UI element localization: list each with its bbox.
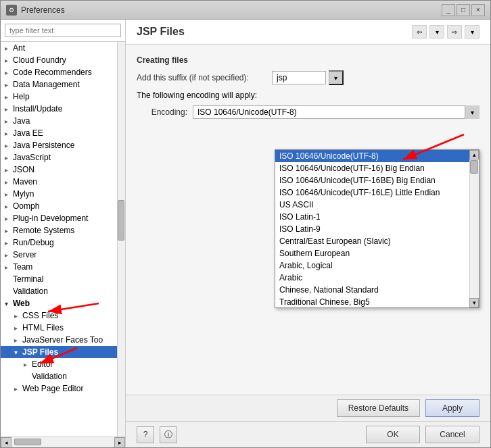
tree-label-install-update: Install/Update <box>13 104 62 114</box>
tree-arrow-web-page-editor: ▸ <box>14 385 22 393</box>
tree-arrow-javaserver-faces-too: ▸ <box>14 337 22 344</box>
encoding-select[interactable]: ISO 10646/Unicode(UTF-8) <box>193 105 480 119</box>
dropdown-item[interactable]: Chinese, National Standard <box>275 284 469 296</box>
encoding-row: Encoding: ISO 10646/Unicode(UTF-8) ▾ <box>137 105 480 119</box>
dropdown-item[interactable]: ISO 10646/Unicode(UTF-16) Big Endian <box>275 162 469 174</box>
info-button[interactable]: ⓘ <box>160 426 177 443</box>
dropdown-scroll-thumb <box>470 160 478 174</box>
filter-input[interactable] <box>5 24 121 37</box>
dropdown-item[interactable]: Traditional Chinese, Big5 <box>275 296 469 308</box>
dropdown-item[interactable]: Arabic, Logical <box>275 259 469 272</box>
nav-dropdown-button[interactable]: ▾ <box>429 25 444 39</box>
tree-label-server: Server <box>13 250 37 259</box>
dropdown-item[interactable]: ISO 10646/Unicode(UTF-16BE) Big Endian <box>275 174 469 186</box>
tree-arrow-maven: ▸ <box>5 178 13 186</box>
tree-item-mylyn[interactable]: ▸Mylyn <box>1 188 125 200</box>
tree-arrow-plugin-development: ▸ <box>5 215 13 222</box>
tree-item-cloud-foundry[interactable]: ▸Cloud Foundry <box>1 54 125 66</box>
tree-item-validation[interactable]: Validation <box>1 285 125 297</box>
dropdown-item[interactable]: ISO Latin-1 <box>275 211 469 223</box>
tree-arrow-ant: ▸ <box>5 45 13 52</box>
tree-item-install-update[interactable]: ▸Install/Update <box>1 103 125 115</box>
tree-arrow-oomph: ▸ <box>5 203 13 210</box>
encoding-select-container: ISO 10646/Unicode(UTF-8) ▾ <box>193 105 480 119</box>
preferences-window: ⚙ Preferences _ □ × ▸Ant▸Cloud Foundry▸C… <box>0 0 491 448</box>
tree-item-plugin-development[interactable]: ▸Plug-in Development <box>1 212 125 224</box>
vertical-scrollbar[interactable] <box>117 42 125 437</box>
tree-item-javaserver-faces-too[interactable]: ▸JavaServer Faces Too <box>1 334 125 346</box>
tree-arrow-jsp-files: ▾ <box>14 349 22 356</box>
tree-item-json[interactable]: ▸JSON <box>1 164 125 176</box>
tree-arrow-install-update: ▸ <box>5 105 13 113</box>
tree-item-terminal[interactable]: Terminal <box>1 273 125 285</box>
tree-arrow-remote-systems: ▸ <box>5 227 13 234</box>
tree-item-java-ee[interactable]: ▸Java EE <box>1 127 125 139</box>
h-scroll-thumb[interactable] <box>14 439 41 445</box>
page-title: JSP Files <box>137 26 185 38</box>
tree-item-team[interactable]: ▸Team <box>1 261 125 273</box>
dropdown-item[interactable]: ISO Latin-9 <box>275 223 469 235</box>
tree-label-jsp-files: JSP Files <box>22 347 58 357</box>
title-bar: ⚙ Preferences _ □ × <box>1 1 490 20</box>
tree-label-mylyn: Mylyn <box>13 189 34 199</box>
dropdown-item[interactable]: Central/East European (Slavic) <box>275 235 469 247</box>
tree-item-code-recommenders[interactable]: ▸Code Recommenders <box>1 66 125 78</box>
dialog-buttons-bar: ? ⓘ OK Cancel <box>126 421 490 447</box>
tree-item-validation-child[interactable]: Validation <box>1 370 125 382</box>
tree-item-jsp-files[interactable]: ▾JSP Files <box>1 346 125 358</box>
cancel-button[interactable]: Cancel <box>425 426 480 443</box>
tree-item-maven[interactable]: ▸Maven <box>1 176 125 188</box>
help-button[interactable]: ? <box>137 426 154 443</box>
tree-item-java[interactable]: ▸Java <box>1 115 125 127</box>
tree-item-oomph[interactable]: ▸Oomph <box>1 200 125 212</box>
tree-arrow-help: ▸ <box>5 93 13 101</box>
close-button[interactable]: × <box>471 4 485 16</box>
tree-item-help[interactable]: ▸Help <box>1 91 125 103</box>
tree-item-html-files[interactable]: ▸HTML Files <box>1 322 125 334</box>
tree-item-css-files[interactable]: ▸CSS Files <box>1 309 125 322</box>
ok-button[interactable]: OK <box>366 426 420 443</box>
tree-item-javascript[interactable]: ▸JavaScript <box>1 151 125 164</box>
tree-item-editor[interactable]: ▸Editor <box>1 358 125 370</box>
suffix-input[interactable] <box>272 71 326 84</box>
action-bar: Restore Defaults Apply <box>126 395 490 421</box>
nav-forward-button[interactable]: ⇨ <box>447 25 462 39</box>
apply-button[interactable]: Apply <box>425 399 480 417</box>
dropdown-scroll-up[interactable]: ▴ <box>469 150 479 159</box>
dropdown-item[interactable]: ISO 10646/Unicode(UTF-16LE) Little Endia… <box>275 186 469 199</box>
tree-arrow-code-recommenders: ▸ <box>5 69 13 76</box>
tree-item-ant[interactable]: ▸Ant <box>1 42 125 54</box>
footer-icons: ? ⓘ <box>137 426 177 443</box>
nav-forward-dropdown-button[interactable]: ▾ <box>465 25 480 39</box>
tree-label-java-persistence: Java Persistence <box>13 141 74 150</box>
tree-arrow-html-files: ▸ <box>14 324 22 332</box>
restore-defaults-button[interactable]: Restore Defaults <box>337 399 420 417</box>
dropdown-item[interactable]: Arabic <box>275 272 469 284</box>
scroll-right-arrow[interactable]: ▸ <box>114 437 125 448</box>
dropdown-scroll-down[interactable]: ▾ <box>469 298 479 307</box>
tree-arrow-web: ▾ <box>5 300 13 307</box>
minimize-button[interactable]: _ <box>442 4 455 16</box>
tree-item-data-management[interactable]: ▸Data Management <box>1 78 125 91</box>
nav-back-button[interactable]: ⇦ <box>412 25 427 39</box>
tree-arrow-javascript: ▸ <box>5 154 13 161</box>
suffix-dropdown-button[interactable]: ▾ <box>329 70 344 85</box>
tree-item-web[interactable]: ▾Web <box>1 297 125 309</box>
maximize-button[interactable]: □ <box>457 4 470 16</box>
tree-item-web-page-editor[interactable]: ▸Web Page Editor <box>1 382 125 395</box>
dropdown-item[interactable]: ISO 10646/Unicode(UTF-8) <box>275 150 469 162</box>
creating-files-section: Creating files <box>137 55 480 65</box>
tree-item-run-debug[interactable]: ▸Run/Debug <box>1 237 125 249</box>
tree-item-java-persistence[interactable]: ▸Java Persistence <box>1 139 125 151</box>
tree-arrow-team: ▸ <box>5 264 13 271</box>
right-panel: JSP Files ⇦ ▾ ⇨ ▾ Creating files Add thi… <box>126 20 490 447</box>
scroll-left-arrow[interactable]: ◂ <box>1 437 11 448</box>
encoding-dropdown-list: ISO 10646/Unicode(UTF-8)ISO 10646/Unicod… <box>275 149 480 308</box>
dropdown-item[interactable]: US ASCII <box>275 199 469 211</box>
dropdown-item[interactable]: Southern European <box>275 247 469 259</box>
tree-item-remote-systems[interactable]: ▸Remote Systems <box>1 224 125 237</box>
vertical-scroll-thumb[interactable] <box>118 200 124 241</box>
encoding-dropdown-arrow[interactable]: ▾ <box>465 105 480 119</box>
tree-arrow-editor: ▸ <box>24 361 32 368</box>
tree-item-server[interactable]: ▸Server <box>1 249 125 261</box>
